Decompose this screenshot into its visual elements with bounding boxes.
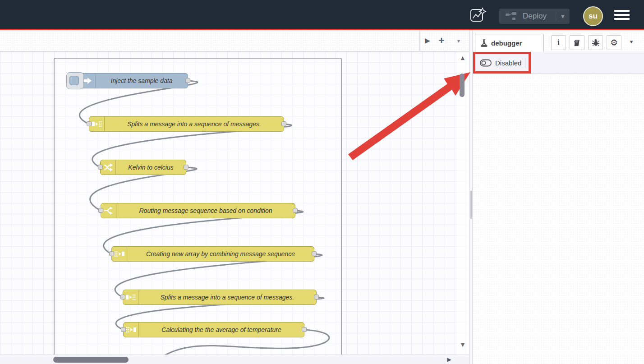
node-inject[interactable]: Inject the sample data bbox=[80, 73, 188, 88]
debug-disabled-label: Disabled bbox=[495, 59, 521, 67]
deploy-options-caret[interactable]: ▼ bbox=[556, 13, 570, 20]
bug-icon bbox=[592, 39, 600, 46]
vertical-scrollbar[interactable] bbox=[456, 51, 469, 355]
node-output-port[interactable] bbox=[314, 295, 319, 299]
node-output-port[interactable] bbox=[302, 327, 307, 332]
horizontal-scrollbar-thumb[interactable] bbox=[53, 357, 129, 363]
flow-list-icon: ▾ bbox=[457, 37, 460, 44]
add-flow-icon: + bbox=[439, 35, 445, 46]
node-output-port[interactable] bbox=[293, 208, 298, 213]
inject-trigger-button[interactable] bbox=[66, 72, 84, 89]
node-red-editor: Deploy ▼ su ▶ + ▾ bbox=[0, 0, 644, 364]
toggle-off-icon bbox=[480, 59, 492, 67]
user-avatar[interactable]: su bbox=[583, 6, 603, 26]
split-icon bbox=[89, 117, 105, 131]
vertical-scrollbar-thumb[interactable] bbox=[460, 74, 465, 97]
settings-button[interactable]: ⚙ bbox=[607, 35, 621, 50]
node-label: Calculating the the average of temperatu… bbox=[139, 323, 304, 337]
help-button[interactable] bbox=[570, 35, 584, 50]
debug-button[interactable] bbox=[588, 35, 603, 50]
node-input-port[interactable] bbox=[121, 327, 126, 332]
next-tab-button[interactable]: ▶ bbox=[422, 30, 433, 51]
flow-canvas[interactable]: Inject the sample data Splits a message … bbox=[0, 51, 469, 355]
node-label: Kelvin to celcius bbox=[116, 160, 186, 175]
add-flow-button[interactable]: + bbox=[435, 30, 448, 51]
menu-icon bbox=[614, 18, 630, 20]
inject-trigger-inner bbox=[69, 76, 79, 85]
join-icon bbox=[124, 323, 139, 337]
debug-toolbar: Disabled bbox=[473, 51, 644, 74]
flask-icon bbox=[481, 39, 488, 47]
node-output-port[interactable] bbox=[281, 121, 286, 126]
node-input-port[interactable] bbox=[98, 165, 103, 170]
app-header: Deploy ▼ su bbox=[0, 0, 644, 29]
node-input-port[interactable] bbox=[87, 121, 92, 126]
node-change[interactable]: Kelvin to celcius bbox=[100, 160, 186, 175]
sidebar-resize-handle[interactable] bbox=[469, 30, 473, 364]
avatar-initials: su bbox=[589, 12, 598, 21]
deploy-button[interactable]: Deploy ▼ bbox=[499, 9, 570, 24]
info-icon: i bbox=[557, 38, 560, 47]
node-join-2[interactable]: Calculating the the average of temperatu… bbox=[123, 322, 304, 337]
resize-grip bbox=[470, 191, 472, 219]
join-icon bbox=[112, 247, 127, 261]
node-output-port[interactable] bbox=[185, 78, 190, 83]
scroll-right-arrow[interactable]: ▶ bbox=[444, 355, 455, 364]
debug-disabled-toggle[interactable]: Disabled bbox=[479, 56, 526, 69]
node-label: Creating new array by combining message … bbox=[127, 247, 314, 261]
scroll-down-arrow[interactable]: ▼ bbox=[456, 341, 469, 350]
right-sidebar: debugger i ⚙ ▾ bbox=[473, 30, 644, 364]
next-tab-icon: ▶ bbox=[425, 37, 430, 45]
node-input-port[interactable] bbox=[109, 251, 114, 256]
tab-bar-separator bbox=[419, 30, 420, 51]
info-button[interactable]: i bbox=[551, 35, 566, 50]
node-label: Routing message sequence based on condit… bbox=[116, 203, 295, 218]
menu-icon bbox=[614, 10, 630, 12]
node-output-port[interactable] bbox=[184, 165, 189, 170]
node-switch[interactable]: Routing message sequence based on condit… bbox=[101, 203, 295, 218]
node-label: Splits a message into a sequence of mess… bbox=[105, 117, 284, 131]
node-input-port[interactable] bbox=[98, 208, 103, 213]
main-menu-button[interactable] bbox=[614, 10, 630, 21]
tab-debugger-label: debugger bbox=[491, 39, 522, 47]
toolbar-divider bbox=[525, 58, 525, 68]
scroll-up-arrow[interactable]: ▲ bbox=[456, 54, 469, 63]
node-output-port[interactable] bbox=[312, 251, 317, 256]
tab-debugger[interactable]: debugger bbox=[475, 34, 544, 52]
node-label: Splits a message into a sequence of mess… bbox=[138, 290, 316, 304]
node-join-1[interactable]: Creating new array by combining message … bbox=[111, 246, 314, 262]
horizontal-scrollbar[interactable]: ▶ bbox=[0, 355, 469, 364]
node-label: Inject the sample data bbox=[96, 74, 188, 88]
node-input-port[interactable] bbox=[120, 295, 125, 299]
node-split-1[interactable]: Splits a message into a sequence of mess… bbox=[89, 116, 284, 132]
menu-icon bbox=[614, 14, 630, 16]
ai-flow-icon bbox=[470, 7, 486, 23]
ai-assistant-button[interactable] bbox=[470, 7, 486, 23]
split-icon bbox=[123, 290, 138, 304]
switch-icon bbox=[101, 203, 116, 218]
gear-icon: ⚙ bbox=[610, 38, 618, 47]
flow-list-button[interactable]: ▾ bbox=[452, 30, 465, 51]
change-icon bbox=[101, 160, 116, 175]
book-icon bbox=[573, 39, 581, 46]
sidebar-options-caret[interactable]: ▾ bbox=[626, 38, 637, 45]
node-split-2[interactable]: Splits a message into a sequence of mess… bbox=[123, 290, 317, 305]
flow-tab-bar: ▶ + ▾ bbox=[0, 30, 469, 51]
deploy-icon bbox=[506, 12, 517, 20]
deploy-label: Deploy bbox=[523, 12, 556, 21]
